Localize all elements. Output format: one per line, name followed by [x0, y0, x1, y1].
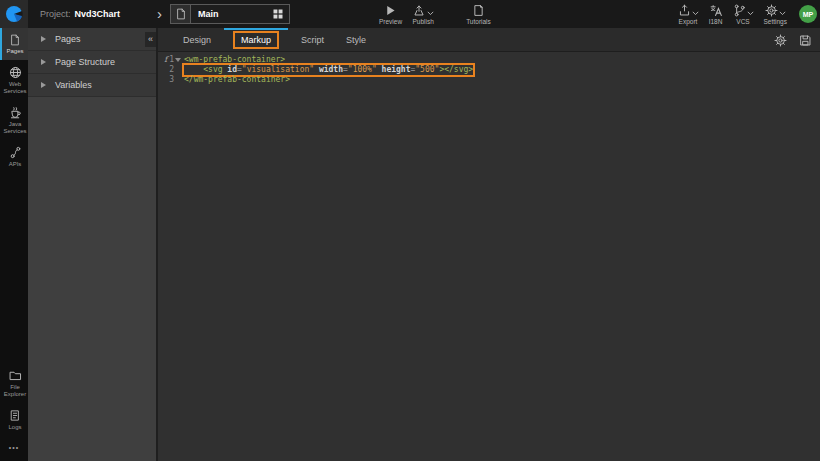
sidebar-top-items: PagesWeb ServicesJava ServicesAPIs: [0, 28, 28, 173]
sidebar-item-java-services[interactable]: Java Services: [0, 100, 28, 140]
editor-area: DesignMarkupScriptStyle f1<wm-prefab-con…: [158, 28, 820, 461]
tab-design[interactable]: Design: [172, 28, 222, 51]
collapsed-arrow-icon: [41, 36, 46, 42]
tab-markup[interactable]: Markup: [222, 28, 290, 51]
fold-marker-icon[interactable]: [174, 58, 182, 62]
editor-tabs: DesignMarkupScriptStyle: [172, 28, 377, 51]
line-number: 2: [169, 65, 174, 75]
tutorials-button[interactable]: Tutorials: [461, 0, 496, 28]
action-label: Preview: [379, 18, 402, 25]
chevron-down-icon: [692, 11, 699, 16]
left-panel: PagesPage StructureVariables «: [28, 28, 158, 461]
sidebar-item-label: APIs: [9, 161, 22, 168]
page-tab-main[interactable]: Main: [170, 4, 290, 24]
code-text[interactable]: <wm-prefab-container>: [184, 55, 285, 65]
action-label: I18N: [709, 18, 723, 25]
export-button[interactable]: Export: [673, 0, 704, 28]
settings-gear-icon: [765, 4, 778, 17]
icon-sidebar: PagesWeb ServicesJava ServicesAPIs File …: [0, 28, 28, 461]
markup-code-editor[interactable]: f1<wm-prefab-container>2 <svg id="visual…: [158, 52, 820, 85]
wavemaker-logo[interactable]: [0, 0, 28, 28]
top-bar: Project: Nvd3Chart › Main PreviewPublish…: [0, 0, 820, 28]
panel-sections: PagesPage StructureVariables: [28, 28, 156, 97]
tab-label: Markup: [233, 31, 279, 49]
sidebar-item-file-explorer[interactable]: File Explorer: [0, 363, 28, 403]
user-avatar[interactable]: MP: [799, 5, 817, 23]
panel-collapse-button[interactable]: «: [145, 32, 156, 47]
save-icon[interactable]: [799, 34, 812, 47]
breadcrumb-chevron-icon: ›: [157, 2, 162, 26]
page-icon: [171, 5, 191, 23]
editor-tab-actions: [774, 28, 812, 52]
chevron-down-icon: [779, 11, 786, 16]
panel-section-label: Pages: [55, 34, 81, 44]
line-number: 3: [169, 75, 174, 85]
tab-label: Script: [301, 35, 324, 45]
highlighted-code-text[interactable]: <svg id="visualisation" width="100%" hei…: [184, 65, 473, 75]
settings-button[interactable]: Settings: [759, 0, 793, 28]
action-label: VCS: [736, 18, 749, 25]
code-text[interactable]: </wm-prefab-container>: [184, 75, 290, 85]
project-label: Project:: [40, 9, 71, 19]
action-label: Publish: [412, 18, 433, 25]
sidebar-bottom-items: File ExplorerLogs: [0, 363, 28, 436]
topbar-right-actions: ExportI18NVCSSettings: [673, 0, 793, 28]
folder-icon: [9, 369, 22, 382]
project-title: Project: Nvd3Chart: [40, 0, 120, 28]
vcs-button[interactable]: VCS: [728, 0, 759, 28]
tab-style[interactable]: Style: [335, 28, 377, 51]
chevron-down-icon: [747, 11, 754, 16]
wavemaker-logo-icon: [5, 5, 23, 23]
tab-label: Style: [346, 35, 366, 45]
i18n-icon: [709, 4, 723, 17]
collapsed-arrow-icon: [41, 82, 46, 88]
chevron-down-icon: [427, 11, 434, 16]
sidebar-item-label: Web Services: [2, 81, 28, 95]
i18n-button[interactable]: I18N: [704, 0, 728, 28]
sidebar-spacer: [0, 173, 28, 363]
api-icon: [9, 146, 22, 159]
publish-icon: [412, 4, 426, 17]
sidebar-item-label: Logs: [8, 424, 21, 431]
panel-section-page-structure[interactable]: Page Structure: [28, 51, 156, 74]
sidebar-item-pages[interactable]: Pages: [0, 28, 28, 60]
action-label: Export: [679, 18, 698, 25]
code-line-3[interactable]: 3</wm-prefab-container>: [158, 75, 820, 85]
editor-tab-bar: DesignMarkupScriptStyle: [158, 28, 820, 52]
tab-label: Design: [183, 35, 211, 45]
sidebar-item-apis[interactable]: APIs: [0, 140, 28, 173]
gutter: 3: [158, 75, 182, 85]
sidebar-more-button[interactable]: •••: [0, 436, 28, 461]
sidebar-item-label: Java Services: [2, 121, 28, 135]
panel-section-label: Page Structure: [55, 57, 115, 67]
action-label: Tutorials: [466, 18, 491, 25]
vcs-icon: [733, 4, 746, 17]
sidebar-item-web-services[interactable]: Web Services: [0, 60, 28, 100]
panel-section-pages[interactable]: Pages: [28, 28, 156, 51]
sidebar-item-label: Pages: [6, 48, 23, 55]
gutter-marker: f: [164, 55, 167, 65]
publish-button[interactable]: Publish: [407, 0, 439, 28]
panel-section-label: Variables: [55, 80, 92, 90]
tab-script[interactable]: Script: [290, 28, 335, 51]
gutter: f1: [158, 55, 182, 65]
globe-icon: [9, 66, 22, 79]
action-label: Settings: [764, 18, 788, 25]
page-tab-label: Main: [191, 9, 267, 19]
tutorials-icon: [472, 4, 485, 17]
collapsed-arrow-icon: [41, 59, 46, 65]
grid-icon[interactable]: [267, 8, 289, 20]
play-icon: [384, 4, 397, 17]
logs-icon: [9, 409, 21, 422]
topbar-actions: PreviewPublishTutorials: [374, 0, 496, 28]
sidebar-item-logs[interactable]: Logs: [0, 403, 28, 436]
markup-options-gear-icon[interactable]: [774, 34, 787, 47]
sidebar-item-label: File Explorer: [2, 384, 28, 398]
preview-button[interactable]: Preview: [374, 0, 407, 28]
code-line-2[interactable]: 2 <svg id="visualisation" width="100%" h…: [158, 65, 820, 75]
gutter: 2: [158, 65, 182, 75]
panel-section-variables[interactable]: Variables: [28, 74, 156, 97]
page-icon: [9, 34, 21, 46]
export-icon: [678, 4, 691, 17]
code-line-1[interactable]: f1<wm-prefab-container>: [158, 55, 820, 65]
